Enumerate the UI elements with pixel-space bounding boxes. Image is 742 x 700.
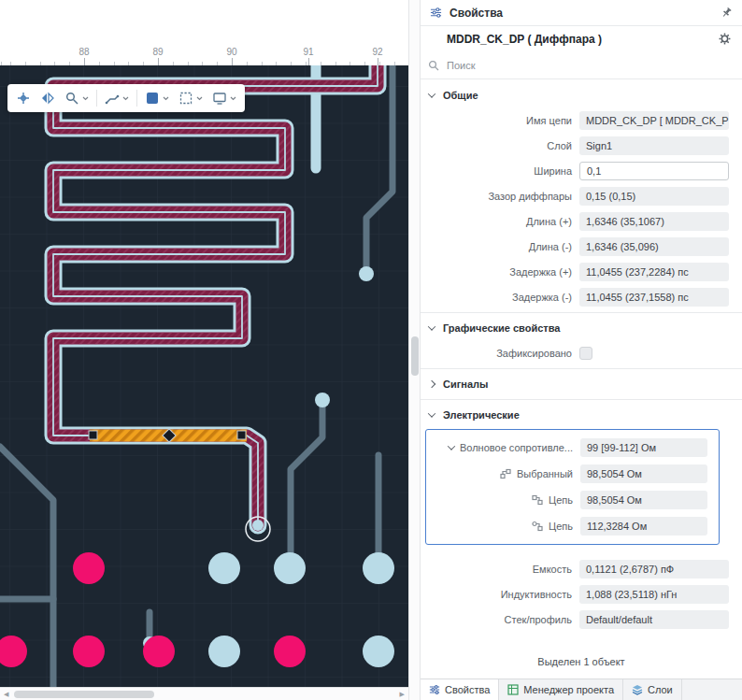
search-icon xyxy=(428,60,439,71)
delay-plus-field[interactable]: 11,0455 (237,2284) пс xyxy=(579,263,729,281)
section-general[interactable]: Общие xyxy=(421,83,742,107)
ruler-tick xyxy=(308,58,309,65)
property-label: Выбранный xyxy=(426,468,580,479)
delay-minus-field[interactable]: 11,0455 (237,1558) пс xyxy=(579,288,729,307)
selection-handle[interactable] xyxy=(89,431,97,439)
pin-panel-button[interactable] xyxy=(721,7,733,19)
property-row: Зазор диффпары 0,15 (0,15) xyxy=(421,183,742,208)
scroll-right-icon[interactable]: ▶ xyxy=(396,688,408,700)
properties-icon xyxy=(430,7,442,19)
chevron-down-icon xyxy=(163,96,169,101)
section-electrical[interactable]: Электрические xyxy=(421,403,742,427)
pan-tool-button[interactable] xyxy=(12,88,35,108)
impedance-group: Волновое сопротивле... 99 [99-112] Ом Вы… xyxy=(425,429,720,545)
canvas-toolbar xyxy=(7,84,245,112)
tab-label: Менеджер проекта xyxy=(523,684,614,695)
selection-filter-button[interactable] xyxy=(175,88,207,108)
trace-end-via[interactable] xyxy=(252,520,264,531)
layer-field[interactable]: Sign1 xyxy=(579,136,729,155)
property-row: Волновое сопротивле... 99 [99-112] Ом xyxy=(426,435,719,461)
net-pair-impedance-field[interactable]: 112,3284 Ом xyxy=(580,517,707,536)
zoom-icon xyxy=(64,91,79,106)
property-label: Цепь xyxy=(426,521,580,532)
impedance-label: Волновое сопротивле... xyxy=(460,442,573,453)
net-icon xyxy=(532,494,543,506)
property-label: Цепь xyxy=(426,494,580,506)
chevron-down-icon xyxy=(428,90,435,97)
object-settings-button[interactable] xyxy=(719,33,731,45)
tab-properties[interactable]: Свойства xyxy=(421,679,499,700)
selected-object-icon xyxy=(500,468,511,479)
properties-icon xyxy=(429,684,440,695)
chevron-down-icon xyxy=(122,96,129,101)
property-label: Индуктивность xyxy=(421,589,579,600)
chevron-right-icon xyxy=(428,380,435,388)
active-layer-button[interactable] xyxy=(141,88,173,108)
ruler-mark: 92 xyxy=(372,47,382,57)
net-impedance-field[interactable]: 98,5054 Ом xyxy=(580,491,707,509)
chevron-down-icon xyxy=(428,409,435,417)
layers-icon xyxy=(632,684,643,695)
vertical-scroll-thumb[interactable] xyxy=(411,336,419,376)
property-label: Длина (+) xyxy=(421,216,579,227)
ruler-tick xyxy=(84,58,85,65)
search-row xyxy=(421,51,742,79)
net-name-field[interactable]: MDDR_CK_DP [ MDDR_CK_P ... xyxy=(579,111,729,130)
ruler-mark: 91 xyxy=(303,47,313,57)
chevron-down-icon xyxy=(448,442,455,450)
section-signals[interactable]: Сигналы xyxy=(421,372,742,396)
panel-title: Свойства xyxy=(449,7,503,20)
net-pair-icon xyxy=(532,521,543,532)
scroll-left-icon[interactable]: ◀ xyxy=(0,688,12,700)
vertical-scrollbar[interactable] xyxy=(408,0,421,700)
chevron-down-icon xyxy=(230,96,236,101)
route-button[interactable] xyxy=(101,88,133,108)
selection-filter-icon xyxy=(178,91,193,106)
property-row: Цепь 98,5054 Ом xyxy=(426,487,719,513)
ruler-minor-ticks xyxy=(0,62,408,65)
horizontal-scrollbar[interactable]: ◀ ▶ xyxy=(0,687,408,700)
capacitance-field[interactable]: 0,1121 (2,6787) пФ xyxy=(579,560,729,579)
tab-project-manager[interactable]: Менеджер проекта xyxy=(499,679,623,700)
property-row: Стек/профиль Default/default xyxy=(421,607,742,632)
selection-handle[interactable] xyxy=(237,431,246,439)
tab-label: Слои xyxy=(648,684,673,695)
panel-tab-bar: Свойства Менеджер проекта Слои xyxy=(421,679,742,700)
search-input[interactable] xyxy=(447,60,731,71)
impedance-field[interactable]: 99 [99-112] Ом xyxy=(580,438,707,457)
chevron-down-icon xyxy=(428,322,435,330)
zoom-button[interactable] xyxy=(61,88,93,108)
property-row: Зафиксировано xyxy=(421,340,742,365)
length-minus-field[interactable]: 1,6346 (35,096) xyxy=(579,237,729,256)
property-row: Имя цепи MDDR_CK_DP [ MDDR_CK_P ... xyxy=(421,107,742,133)
horizontal-scroll-thumb[interactable] xyxy=(14,691,154,698)
fixed-checkbox[interactable] xyxy=(579,347,592,360)
diffpair-gap-field[interactable]: 0,15 (0,15) xyxy=(579,187,729,206)
section-graphic[interactable]: Графические свойства xyxy=(421,316,742,340)
selected-label: Выбранный xyxy=(517,468,573,479)
mirror-button[interactable] xyxy=(36,88,59,108)
tab-label: Свойства xyxy=(445,684,490,695)
property-label: Зазор диффпары xyxy=(421,191,579,202)
stack-profile-field[interactable]: Default/default xyxy=(579,610,729,629)
property-label[interactable]: Волновое сопротивле... xyxy=(426,442,580,453)
length-plus-field[interactable]: 1,6346 (35,1067) xyxy=(579,212,729,231)
selection-status: Выделен 1 объект xyxy=(421,656,742,679)
property-row: Слой Sign1 xyxy=(421,133,742,158)
tab-layers[interactable]: Слои xyxy=(623,679,682,700)
inductance-field[interactable]: 1,088 (23,5118) нГн xyxy=(579,585,729,604)
object-title: MDDR_CK_DP ( Диффпара ) xyxy=(447,33,602,46)
panel-header: Свойства xyxy=(421,0,742,26)
width-field[interactable]: 0,1 xyxy=(579,162,729,180)
ruler-mark: 89 xyxy=(152,47,163,57)
selected-impedance-field[interactable]: 98,5054 Ом xyxy=(580,464,707,483)
section-label: Электрические xyxy=(443,409,520,421)
divider xyxy=(421,312,742,313)
display-options-button[interactable] xyxy=(208,88,240,108)
net-label: Цепь xyxy=(549,494,573,506)
selected-trace-segment[interactable] xyxy=(89,429,247,442)
section-label: Сигналы xyxy=(443,379,488,390)
ruler-tick xyxy=(158,58,159,65)
property-label: Ширина xyxy=(421,165,579,177)
pan-tool-icon xyxy=(16,91,31,106)
